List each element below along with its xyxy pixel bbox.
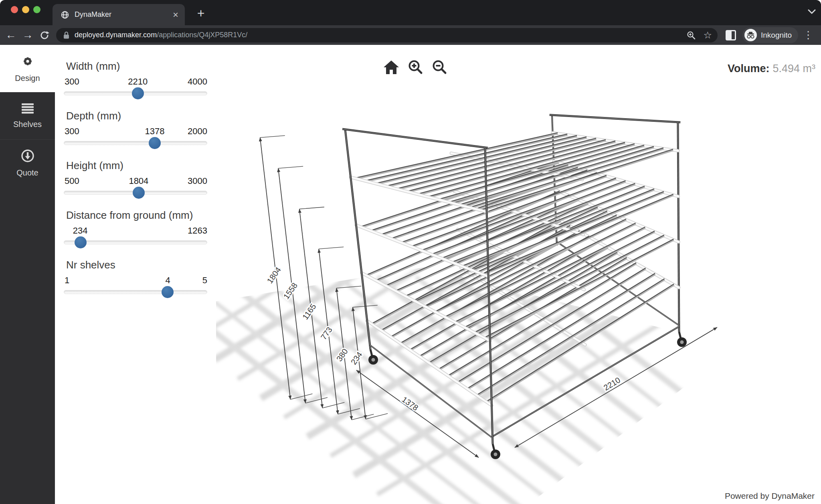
slider-min-height-mm: 500 — [65, 176, 79, 186]
bookmark-star-icon[interactable]: ☆ — [703, 30, 712, 41]
tab-title: DynaMaker — [75, 10, 111, 19]
dimension-label-1804: 1804 — [265, 265, 283, 285]
slider-values-nr-shelves: 145 — [64, 275, 207, 287]
new-tab-button[interactable]: + — [193, 6, 209, 22]
slider-thumb-distance-from-ground-mm[interactable] — [75, 236, 87, 248]
slider-track-nr-shelves[interactable] — [64, 290, 207, 294]
slider-min-depth-mm: 300 — [65, 126, 79, 137]
shelves-icon — [21, 103, 34, 116]
home-view-button[interactable] — [382, 58, 400, 76]
dimension-label-1558: 1558 — [281, 281, 299, 300]
slider-current-value-distance-from-ground-mm: 234 — [73, 226, 88, 236]
viewport-toolbar — [382, 58, 448, 76]
slider-max-depth-mm: 2000 — [188, 126, 207, 137]
parameters-panel: Width (mm)30022104000Depth (mm)300137820… — [55, 45, 217, 504]
slider-section-nr-shelves: Nr shelves145 — [64, 259, 216, 294]
slider-section-width-mm: Width (mm)30022104000 — [64, 60, 216, 95]
slider-track-width-mm[interactable] — [64, 91, 207, 95]
slider-thumb-width-mm[interactable] — [132, 87, 144, 99]
incognito-badge[interactable]: Inkognito — [742, 27, 798, 43]
zoom-in-button[interactable] — [406, 58, 424, 76]
volume-value: 5.494 m³ — [772, 62, 815, 75]
slider-section-distance-from-ground-mm: Distance from ground (mm)2341263 — [64, 209, 216, 244]
gear-icon — [21, 54, 34, 70]
zoom-page-icon[interactable] — [686, 30, 696, 40]
sidebar-item-label: Quote — [16, 168, 38, 177]
volume-readout: Volume:5.494 m³ — [728, 62, 815, 75]
browser-chrome: DynaMaker × + ← → deployed.dynamaker.com — [0, 0, 821, 45]
incognito-icon — [746, 32, 755, 38]
powered-by-label: Powered by DynaMaker — [725, 491, 815, 501]
incognito-label: Inkognito — [761, 31, 792, 40]
slider-max-nr-shelves: 5 — [202, 275, 207, 286]
traffic-lights — [11, 6, 40, 13]
url-text: deployed.dynamaker.com/applications/Q4jX… — [75, 31, 247, 39]
back-button[interactable]: ← — [2, 29, 19, 41]
slider-section-height-mm: Height (mm)50018043000 — [64, 159, 216, 195]
urlbar-right-icons: ☆ — [686, 30, 712, 41]
slider-min-width-mm: 300 — [65, 77, 79, 87]
slider-current-value-depth-mm: 1378 — [145, 126, 164, 137]
browser-tab[interactable]: DynaMaker × — [53, 4, 185, 25]
slider-values-width-mm: 30022104000 — [64, 77, 207, 89]
reload-icon — [39, 30, 50, 40]
globe-favicon-icon — [61, 10, 69, 19]
sidebar-item-quote[interactable]: Quote — [0, 139, 55, 187]
padlock-icon — [63, 31, 70, 39]
close-tab-icon[interactable]: × — [173, 10, 178, 20]
slider-values-distance-from-ground-mm: 2341263 — [64, 226, 207, 238]
side-panel-icon[interactable] — [726, 30, 736, 40]
forward-button[interactable]: → — [19, 29, 36, 41]
zoom-out-icon — [432, 60, 447, 75]
slider-thumb-nr-shelves[interactable] — [162, 286, 174, 298]
slider-label-width-mm: Width (mm) — [66, 60, 216, 73]
browser-window: DynaMaker × + ← → deployed.dynamaker.com — [0, 0, 821, 504]
slider-max-height-mm: 3000 — [188, 176, 207, 186]
sidebar-item-label: Design — [15, 74, 40, 83]
maximize-window-button[interactable] — [33, 6, 40, 13]
3d-viewport-canvas[interactable]: 18041558116577338023413782210 — [216, 45, 821, 504]
sidebar-item-shelves[interactable]: Shelves — [0, 92, 55, 139]
slider-track-height-mm[interactable] — [64, 191, 207, 195]
slider-max-distance-from-ground-mm: 1263 — [188, 226, 207, 236]
zoom-in-icon — [408, 60, 423, 75]
slider-label-height-mm: Height (mm) — [66, 159, 216, 172]
download-circle-icon — [21, 149, 34, 165]
slider-current-value-height-mm: 1804 — [129, 176, 148, 186]
browser-menu-kebab-icon[interactable]: ⋮ — [803, 29, 813, 41]
slider-label-nr-shelves: Nr shelves — [66, 259, 216, 271]
dynamaker-app: DesignShelvesQuote Width (mm)30022104000… — [0, 45, 821, 504]
sidebar-item-label: Shelves — [13, 120, 42, 129]
sidebar: DesignShelvesQuote — [0, 45, 55, 504]
volume-label: Volume: — [728, 62, 770, 75]
slider-thumb-depth-mm[interactable] — [149, 137, 161, 149]
browser-navbar: ← → deployed.dynamaker.com/applications/… — [0, 25, 821, 45]
chevron-down-icon[interactable] — [807, 9, 816, 14]
reload-button[interactable] — [36, 30, 53, 40]
minimize-window-button[interactable] — [22, 6, 29, 13]
slider-values-depth-mm: 30013782000 — [64, 126, 207, 138]
slider-values-height-mm: 50018043000 — [64, 176, 207, 188]
url-host: deployed.dynamaker.com — [75, 31, 157, 39]
url-path: /applications/Q4jXP58R1Vc/ — [157, 31, 247, 39]
zoom-out-button[interactable] — [431, 58, 448, 76]
slider-min-nr-shelves: 1 — [65, 275, 69, 286]
incognito-avatar — [744, 29, 757, 41]
slider-section-depth-mm: Depth (mm)30013782000 — [64, 110, 216, 145]
slider-max-width-mm: 4000 — [188, 77, 207, 87]
3d-viewport: 18041558116577338023413782210 — [216, 45, 821, 504]
home-icon — [383, 60, 399, 75]
sidebar-item-design[interactable]: Design — [0, 45, 55, 92]
slider-label-distance-from-ground-mm: Distance from ground (mm) — [66, 209, 216, 222]
slider-track-distance-from-ground-mm[interactable] — [64, 240, 207, 244]
slider-label-depth-mm: Depth (mm) — [66, 110, 216, 122]
close-window-button[interactable] — [11, 6, 18, 13]
slider-current-value-nr-shelves: 4 — [165, 275, 170, 286]
dimension-label-234: 234 — [349, 350, 364, 366]
slider-thumb-height-mm[interactable] — [133, 187, 145, 199]
url-bar[interactable]: deployed.dynamaker.com/applications/Q4jX… — [56, 28, 718, 42]
slider-current-value-width-mm: 2210 — [128, 77, 148, 87]
slider-track-depth-mm[interactable] — [64, 141, 207, 145]
